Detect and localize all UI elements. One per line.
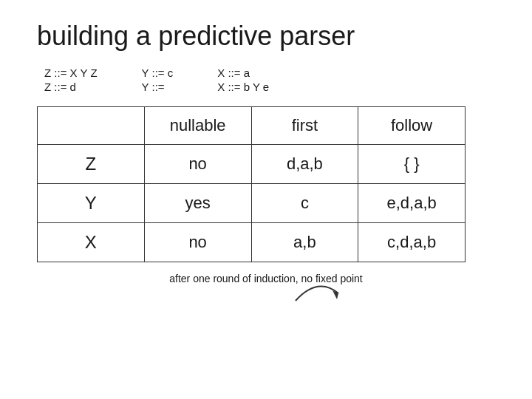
- grammar-group-3: X ::= a X ::= b Y e: [217, 66, 269, 93]
- page-title: building a predictive parser: [0, 0, 532, 59]
- cell-follow-0: { }: [358, 145, 466, 184]
- grammar-rule-x1: X ::= a: [217, 66, 269, 79]
- table-container: nullable first follow Znod,a,b{ }Yyesce,…: [0, 106, 532, 262]
- cell-first-1: c: [251, 184, 358, 223]
- footer-text: after one round of induction, no fixed p…: [0, 273, 532, 284]
- cell-follow-2: c,d,a,b: [358, 223, 466, 262]
- table-row: Yyesce,d,a,b: [38, 184, 466, 223]
- cell-nullable-1: yes: [144, 184, 251, 223]
- grammar-group-1: Z ::= X Y Z Z ::= d: [44, 66, 98, 93]
- grammar-rule-x2: X ::= b Y e: [217, 81, 269, 93]
- grammar-rule-z1: Z ::= X Y Z: [44, 66, 98, 79]
- table-row: Xnoa,bc,d,a,b: [38, 223, 466, 262]
- cell-first-2: a,b: [251, 223, 358, 262]
- grammar-rule-y1: Y ::= c: [142, 66, 174, 79]
- grammar-rule-z2: Z ::= d: [44, 81, 98, 93]
- grammar-rules: Z ::= X Y Z Z ::= d Y ::= c Y ::= X ::= …: [0, 59, 532, 106]
- cell-symbol-2: X: [38, 223, 145, 262]
- col-header-nullable: nullable: [144, 107, 251, 145]
- parse-table: nullable first follow Znod,a,b{ }Yyesce,…: [37, 106, 466, 262]
- cell-symbol-1: Y: [38, 184, 145, 223]
- cell-nullable-2: no: [144, 223, 251, 262]
- cell-follow-1: e,d,a,b: [358, 184, 466, 223]
- induction-arrow: [288, 273, 347, 306]
- table-row: Znod,a,b{ }: [38, 145, 466, 184]
- col-header-symbol: [38, 107, 145, 145]
- cell-symbol-0: Z: [38, 145, 145, 184]
- col-header-first: first: [251, 107, 358, 145]
- table-header-row: nullable first follow: [38, 107, 466, 145]
- cell-first-0: d,a,b: [251, 145, 358, 184]
- col-header-follow: follow: [358, 107, 466, 145]
- cell-nullable-0: no: [144, 145, 251, 184]
- grammar-group-2: Y ::= c Y ::=: [142, 66, 174, 93]
- grammar-rule-y2: Y ::=: [142, 81, 174, 93]
